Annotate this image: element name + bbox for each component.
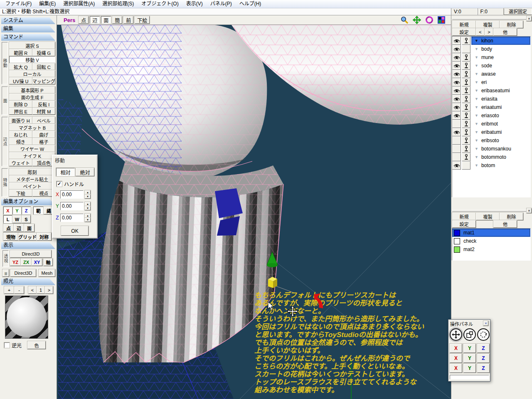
viewport-toggle-button[interactable]: 点 bbox=[79, 16, 89, 24]
command-button[interactable]: UV操 U bbox=[9, 77, 32, 84]
visibility-eye-icon[interactable] bbox=[452, 145, 461, 153]
edit-option-button[interactable]: 面 bbox=[24, 224, 34, 232]
object-name[interactable]: ▼ eriasita bbox=[471, 95, 530, 103]
command-button[interactable]: 格子 bbox=[32, 138, 56, 145]
command-button[interactable]: 押出 E bbox=[9, 108, 32, 115]
backlight-checkbox[interactable] bbox=[4, 342, 10, 348]
command-button[interactable]: ナイフ K bbox=[9, 152, 55, 159]
object-row[interactable]: ▼ eribsoto bbox=[452, 136, 530, 145]
expand-triangle-icon[interactable]: ▼ bbox=[475, 97, 478, 101]
operation-panel[interactable]: 操作パネル × XXXYYYZZZ bbox=[448, 319, 490, 382]
move-mode-button[interactable] bbox=[450, 328, 462, 341]
object-name[interactable]: ▼ eriasoto bbox=[471, 111, 530, 120]
visibility-eye-icon[interactable] bbox=[452, 78, 461, 86]
visibility-eye-icon[interactable] bbox=[452, 153, 461, 161]
zoom-icon[interactable] bbox=[400, 16, 409, 24]
lock-icon[interactable] bbox=[462, 161, 470, 170]
command-button[interactable]: ねじれ bbox=[9, 131, 32, 138]
visibility-eye-icon[interactable] bbox=[452, 161, 461, 170]
object-row[interactable]: ▼ kihon bbox=[452, 37, 530, 45]
object-settings-button[interactable]: 設定 bbox=[452, 28, 476, 36]
command-button[interactable]: マッピング bbox=[32, 77, 56, 84]
command-button[interactable]: 範囲 R bbox=[9, 49, 32, 56]
y-input[interactable] bbox=[60, 202, 84, 210]
object-row[interactable]: ▼ eribatumi bbox=[452, 128, 530, 136]
command-button[interactable]: 拡大 Q bbox=[9, 63, 32, 70]
relative-button[interactable]: 相対 bbox=[56, 168, 75, 176]
visibility-eye-icon[interactable] bbox=[452, 53, 461, 62]
mesh-button[interactable]: Mesh bbox=[39, 269, 55, 277]
z-spinner[interactable]: ▲▼ bbox=[85, 214, 91, 222]
edit-option-button[interactable]: Z bbox=[22, 207, 31, 214]
expand-triangle-icon[interactable]: ▼ bbox=[475, 147, 478, 151]
lock-icon[interactable] bbox=[462, 145, 470, 153]
command-button[interactable]: ウェイト bbox=[9, 159, 32, 166]
command-button[interactable]: ワイヤー W bbox=[9, 145, 55, 152]
command-button[interactable]: メタボール粘土 bbox=[9, 175, 55, 182]
command-button[interactable]: 材質 M bbox=[32, 108, 56, 115]
light-prev-button[interactable]: < bbox=[28, 286, 37, 294]
x-spinner[interactable]: ▲▼ bbox=[85, 190, 91, 199]
material-row[interactable]: check bbox=[452, 237, 530, 245]
axis-grid-button[interactable]: Z bbox=[477, 354, 490, 363]
command-button[interactable]: 削除 D bbox=[9, 101, 32, 108]
menu-item[interactable]: ヘルプ(H) bbox=[236, 0, 265, 8]
expand-triangle-icon[interactable]: ▼ bbox=[475, 163, 478, 167]
lock-icon[interactable] bbox=[462, 78, 470, 86]
lock-icon[interactable] bbox=[462, 153, 470, 161]
lock-icon[interactable] bbox=[462, 120, 470, 128]
viewport-toggle-button[interactable]: 面 bbox=[101, 16, 111, 24]
edit-option-button[interactable]: 対称 bbox=[37, 233, 52, 241]
object-row[interactable]: ▼ eriasoto bbox=[452, 111, 530, 120]
material-settings-button[interactable]: 設定 bbox=[452, 220, 476, 228]
command-button[interactable]: 反転 I bbox=[32, 101, 56, 108]
handle-checkbox[interactable]: ✓ bbox=[57, 181, 62, 187]
viewport-toggle-button[interactable]: 下絵 bbox=[135, 16, 150, 24]
object-panel-splitter[interactable] bbox=[452, 18, 526, 20]
expand-triangle-icon[interactable]: ▼ bbox=[475, 64, 478, 68]
expand-triangle-icon[interactable]: ▼ bbox=[475, 138, 478, 143]
object-name[interactable]: ▼ eribaseatumi bbox=[471, 86, 530, 95]
axis-view-button[interactable]: YZ bbox=[10, 259, 21, 266]
axis-grid-button[interactable]: X bbox=[450, 344, 462, 353]
menu-item[interactable]: 表示(V) bbox=[182, 0, 207, 8]
edit-option-button[interactable]: X bbox=[3, 207, 12, 214]
lock-icon[interactable] bbox=[462, 128, 470, 136]
object-row[interactable]: ▼ botomsankou bbox=[452, 145, 530, 153]
axis-grid-button[interactable]: Z bbox=[477, 364, 490, 373]
light-color-button[interactable]: 色 bbox=[27, 341, 46, 349]
object-row[interactable]: ▼ eriasita bbox=[452, 95, 530, 103]
expand-triangle-icon[interactable]: ▼ bbox=[475, 80, 478, 84]
direct3d-secondary-button[interactable]: Direct3D bbox=[10, 269, 36, 277]
object-duplicate-button[interactable]: 複製 bbox=[476, 21, 500, 28]
edit-option-button[interactable]: L bbox=[3, 215, 12, 223]
expand-triangle-icon[interactable]: ▼ bbox=[475, 47, 478, 51]
object-name[interactable]: ▼ botommoto bbox=[471, 153, 530, 161]
command-button[interactable]: ローカル bbox=[9, 70, 55, 77]
object-row[interactable]: ▼ eriaatumi bbox=[452, 103, 530, 111]
expand-triangle-icon[interactable]: ▼ bbox=[475, 89, 478, 93]
rotate-view-icon[interactable] bbox=[425, 16, 433, 24]
pan-icon[interactable] bbox=[413, 16, 421, 24]
menu-item[interactable]: オブジェクト(O) bbox=[138, 0, 182, 8]
lock-icon[interactable] bbox=[462, 86, 470, 95]
material-panel-close-icon[interactable]: × bbox=[527, 208, 532, 213]
section-header-display[interactable]: 表示 bbox=[1, 242, 55, 249]
scale-mode-button[interactable] bbox=[463, 328, 476, 341]
move-dialog-title[interactable]: 移動 bbox=[53, 155, 97, 164]
object-row[interactable]: ▼ sode bbox=[452, 62, 530, 70]
command-button[interactable]: 選択 S bbox=[9, 42, 55, 49]
expand-triangle-icon[interactable]: ▼ bbox=[475, 130, 478, 134]
viewport-toggle-button[interactable]: 前 bbox=[123, 16, 133, 24]
axis-grid-button[interactable]: Y bbox=[463, 354, 476, 363]
command-button[interactable]: 下絵 bbox=[9, 190, 32, 197]
direct3d-button[interactable]: Direct3D bbox=[10, 250, 52, 258]
axis-view-button[interactable]: ZX bbox=[21, 259, 32, 266]
object-name[interactable]: ▼ kihon bbox=[471, 37, 530, 45]
view-mode-label[interactable]: Pers bbox=[64, 17, 75, 23]
object-name[interactable]: ▼ body bbox=[471, 45, 530, 53]
command-button[interactable]: 面張り H bbox=[9, 117, 32, 124]
light-next-button[interactable]: > bbox=[45, 286, 53, 294]
object-row[interactable]: ▼ eri bbox=[452, 78, 530, 86]
visibility-eye-icon[interactable] bbox=[452, 111, 461, 120]
